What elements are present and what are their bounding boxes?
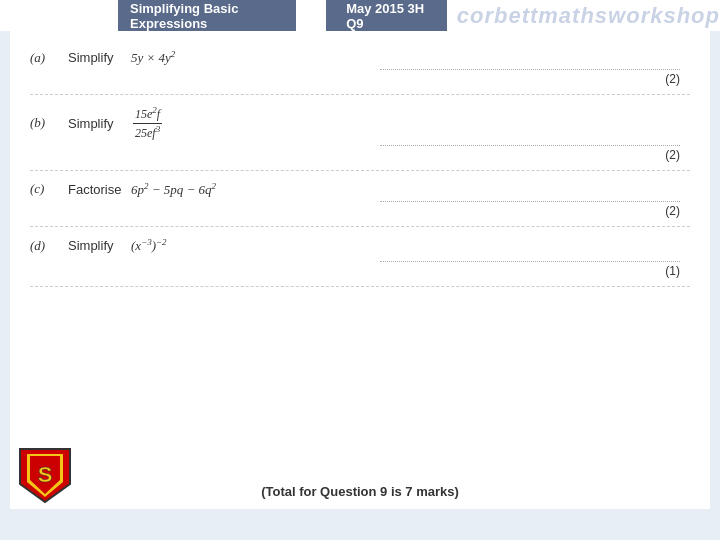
part-b-expr: 15e2f 25ef3 (131, 105, 164, 141)
answer-line (380, 69, 680, 70)
part-b-marks: (2) (665, 148, 680, 162)
answer-line (380, 145, 680, 146)
header: Simplifying Basic Expressions May 2015 3… (0, 0, 720, 31)
part-d: (d) Simplify (x−3)−2 (1) (30, 227, 690, 287)
answer-line (380, 261, 680, 262)
answer-line (380, 201, 680, 202)
total-marks: (Total for Question 9 is 7 marks) (261, 484, 459, 499)
part-b-label: (b) (30, 115, 60, 131)
part-b-verb: Simplify (68, 116, 123, 131)
part-b: (b) Simplify 15e2f 25ef3 (2) (30, 95, 690, 170)
content-area: (a) Simplify 5y × 4y2 (2) (b) Simplify 1… (10, 31, 710, 509)
part-d-verb: Simplify (68, 238, 123, 253)
part-a-marks: (2) (665, 72, 680, 86)
part-c-label: (c) (30, 181, 60, 197)
part-c-marks: (2) (665, 204, 680, 218)
part-a-verb: Simplify (68, 50, 123, 65)
part-c-answer: (2) (380, 201, 680, 218)
svg-text:S: S (38, 462, 53, 487)
part-a-answer: (2) (380, 69, 680, 86)
superman-logo: S (15, 444, 75, 504)
part-b-answer: (2) (380, 145, 680, 162)
part-d-marks: (1) (665, 264, 680, 278)
part-a-expr: 5y × 4y2 (131, 49, 175, 66)
part-c-verb: Factorise (68, 182, 123, 197)
header-watermark: corbettmathsworkshop (457, 3, 720, 29)
header-title: Simplifying Basic Expressions (118, 0, 296, 31)
part-d-answer: (1) (380, 261, 680, 278)
header-exam: May 2015 3H Q9 (326, 0, 447, 31)
part-a: (a) Simplify 5y × 4y2 (2) (30, 41, 690, 95)
part-a-label: (a) (30, 50, 60, 66)
part-c: (c) Factorise 6p2 − 5pq − 6q2 (2) (30, 171, 690, 227)
part-c-expr: 6p2 − 5pq − 6q2 (131, 181, 216, 198)
part-d-label: (d) (30, 238, 60, 254)
part-d-expr: (x−3)−2 (131, 237, 167, 254)
